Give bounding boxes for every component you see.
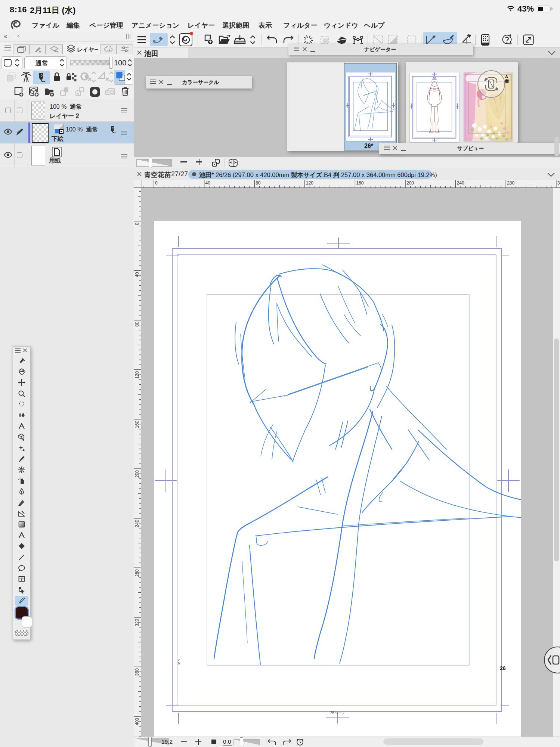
svg-text:120: 120	[306, 180, 313, 186]
svg-text:200: 200	[134, 470, 140, 478]
svg-text:320: 320	[134, 619, 140, 626]
svg-text:120: 120	[134, 371, 140, 378]
svg-text:80: 80	[134, 322, 140, 327]
svg-text:240: 240	[457, 180, 464, 186]
svg-text:400: 400	[134, 718, 140, 725]
svg-text:240: 240	[134, 520, 140, 527]
svg-text:280: 280	[507, 180, 514, 186]
svg-text:40: 40	[134, 272, 140, 277]
svg-text:320: 320	[557, 180, 560, 186]
svg-text:200: 200	[406, 180, 414, 186]
svg-text:360: 360	[134, 668, 140, 676]
svg-text:80: 80	[256, 180, 261, 186]
svg-text:160: 160	[134, 421, 140, 428]
svg-text:40: 40	[205, 180, 211, 186]
svg-text:160: 160	[356, 180, 363, 186]
svg-text:280: 280	[134, 569, 140, 577]
svg-text:0: 0	[155, 180, 158, 186]
svg-text:0: 0	[134, 223, 140, 225]
